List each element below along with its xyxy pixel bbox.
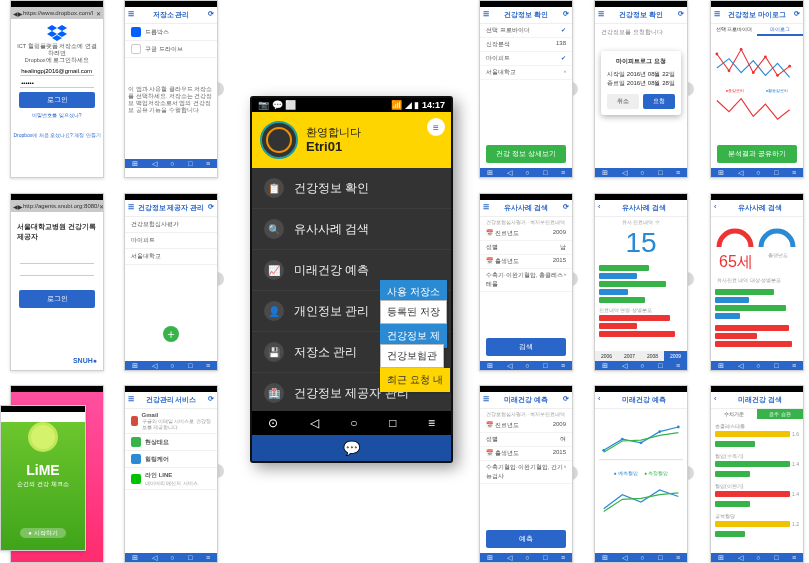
id-field[interactable] <box>20 255 94 264</box>
pw-field[interactable] <box>20 267 94 276</box>
list-item[interactable]: 마이피트 <box>125 233 217 249</box>
bottom-nav[interactable]: ⊞◁○□≡ <box>480 168 572 177</box>
sync-icon[interactable]: ⟳ <box>678 10 684 18</box>
sync-icon[interactable]: ⟳ <box>208 203 214 211</box>
back-icon[interactable]: ◀▶ <box>13 10 23 17</box>
close-icon[interactable]: ✕ <box>96 10 101 17</box>
gauge-icon <box>757 221 797 251</box>
side-label-insurance[interactable]: 건강보험관 <box>380 344 444 368</box>
menu-item-icon: 🏥 <box>264 383 284 403</box>
back-icon[interactable]: ‹ <box>598 203 600 210</box>
year-tab[interactable]: 2007 <box>618 351 641 361</box>
svg-point-1 <box>728 69 731 72</box>
address-bar[interactable]: ◀▶ https://www.dropbox.com/l ✕ <box>11 7 103 19</box>
chevron-right-icon[interactable]: › <box>564 271 566 289</box>
side-label-recent[interactable]: 최근 요청 내 <box>380 368 450 392</box>
year-tab[interactable]: 2008 <box>641 351 664 361</box>
sync-icon[interactable]: ⟳ <box>208 395 214 403</box>
login-button[interactable]: 로그인 <box>19 290 95 308</box>
ok-button[interactable]: 요청 <box>643 94 675 109</box>
menu-item-icon: 💾 <box>264 342 284 362</box>
tab[interactable]: 수치기준 <box>711 409 757 419</box>
cancel-button[interactable]: 취소 <box>607 94 639 109</box>
year-tab-active[interactable]: 2009 <box>664 351 687 361</box>
age-value: 65세 <box>715 252 757 273</box>
menu-item-label: 저장소 관리 <box>294 344 357 361</box>
sync-icon[interactable]: ⟳ <box>563 10 569 18</box>
tab-active[interactable]: 음주 습관 <box>757 409 803 419</box>
password-field[interactable] <box>20 79 94 88</box>
bottom-nav[interactable]: ⊞◁○□≡ <box>711 361 803 370</box>
check-icon[interactable]: ✔ <box>561 26 566 35</box>
screen-similar-search: ☰유사사례 검색⟳ 건강보험심사평가 · 복지부진료내역 📅 진료년도2009 … <box>479 193 573 371</box>
list-item[interactable]: 서울대학교 <box>125 249 217 265</box>
menu-icon[interactable]: ☰ <box>128 203 134 211</box>
service-item[interactable]: 라인 LINE네이버의 메신저 서비스 <box>125 468 217 490</box>
sync-icon[interactable]: ⟳ <box>563 395 569 403</box>
menu-icon[interactable]: ☰ <box>483 395 489 403</box>
bottom-nav[interactable]: ⊞◁○□≡ <box>711 168 803 177</box>
bottom-nav[interactable]: ⊞◁○□≡ <box>595 168 687 177</box>
sync-icon[interactable]: ⟳ <box>563 203 569 211</box>
bottom-nav[interactable]: ⊞◁○□≡ <box>125 553 217 562</box>
back-icon[interactable]: ‹ <box>598 395 600 402</box>
address-bar[interactable]: ◀▶ http://agents.snubi.org:8080/ ✕ <box>11 200 103 212</box>
menu-icon[interactable]: ☰ <box>483 203 489 211</box>
bottom-bar[interactable]: 💬 <box>252 435 451 461</box>
chat-icon: 💬 <box>343 440 360 456</box>
svg-point-4 <box>764 55 767 58</box>
side-label-storage-reg[interactable]: 등록된 저장 <box>380 300 447 324</box>
drawer-toggle-icon[interactable]: ≡ <box>427 118 445 136</box>
back-icon[interactable]: ‹ <box>714 395 716 402</box>
sync-icon[interactable]: ⟳ <box>794 10 800 18</box>
service-item[interactable]: 힐링케어 <box>125 451 217 468</box>
forgot-link[interactable]: 비밀번호를 잊으셨나? <box>13 112 101 118</box>
login-button[interactable]: 로그인 <box>19 92 95 108</box>
add-fab[interactable]: ＋ <box>163 326 179 342</box>
menu-icon[interactable]: ☰ <box>128 395 134 403</box>
lime-splash: LiME 순간의 건강 체크소 ● 시작하기 <box>1 422 85 551</box>
screen-storage-info: 이 앱과 사용할 클라우드 저장소를 선택하세요. 저장소는 건강정보 백업저장… <box>124 0 218 178</box>
list-item[interactable]: 건강보험심사평가 <box>125 217 217 233</box>
signup-link[interactable]: Dropbox에 처음 오셨나요? 계정 만들기 <box>13 132 101 138</box>
service-item[interactable]: Gmail구글의 이메일 서비스로 건강정보를 제공합니다 <box>125 409 217 434</box>
menu-icon[interactable]: ☰ <box>598 10 604 18</box>
system-nav[interactable]: ⊙◁○□≡ <box>252 411 451 435</box>
gauge-icon <box>715 221 755 251</box>
year-tab[interactable]: 2006 <box>595 351 618 361</box>
share-button[interactable]: 분석결과 공유하기 <box>717 145 797 163</box>
detail-button[interactable]: 건강 정보 상세보기 <box>486 145 566 163</box>
bottom-nav[interactable]: ⊞◁○□≡ <box>711 553 803 562</box>
back-icon[interactable]: ‹ <box>714 203 716 210</box>
menu-item[interactable]: 📋건강정보 확인 <box>252 168 451 209</box>
service-item[interactable]: 현상태요 <box>125 434 217 451</box>
bottom-nav[interactable]: ⊞◁○□≡ <box>480 553 572 562</box>
screen-provider-mgmt: ☰ 건강정보 제공자 관리 ⟳ 건강보험심사평가 마이피트 서울대학교 ＋ ⊞◁… <box>124 193 218 371</box>
app-header: 환영합니다 Etri01 ≡ <box>252 112 451 168</box>
check-icon[interactable]: ✔ <box>561 54 566 63</box>
back-icon[interactable]: ◀▶ <box>13 203 23 210</box>
search-button[interactable]: 검색 <box>486 338 566 356</box>
bottom-nav[interactable]: ⊞◁○□≡ <box>480 361 572 370</box>
tab[interactable]: 선택 프로바이더 <box>711 24 757 36</box>
email-field[interactable] <box>20 67 94 76</box>
predict-button[interactable]: 예측 <box>486 530 566 548</box>
tab-active[interactable]: 마이로그 <box>757 24 803 36</box>
bottom-nav[interactable]: ⊞◁○□≡ <box>125 361 217 370</box>
header-title: 미래건강 검색 <box>738 396 782 403</box>
bottom-nav[interactable]: ⊞◁○□≡ <box>595 361 687 370</box>
chevron-right-icon[interactable]: › <box>564 463 566 481</box>
header-title: 유사사례 검색 <box>622 204 666 211</box>
menu-icon[interactable]: ☰ <box>714 10 720 18</box>
header-title: 건강정보 확인 <box>619 11 663 18</box>
dialog-title: 마이피트로그 요청 <box>616 58 666 64</box>
menu-item-label: 건강정보 확인 <box>294 180 369 197</box>
screen-similar-detail: ‹유사사례 검색 65세 출생년도 유사진료 내역 대상·성별분포 ⊞◁○□≡ <box>710 193 804 371</box>
close-icon[interactable]: ✕ <box>99 203 104 210</box>
chevron-right-icon[interactable]: › <box>564 68 566 77</box>
svg-point-2 <box>740 48 743 51</box>
header-title: 건강정보 확인 <box>504 11 548 18</box>
menu-item[interactable]: 🔍유사사례 검색 <box>252 209 451 250</box>
menu-icon[interactable]: ☰ <box>483 10 489 18</box>
bottom-nav[interactable]: ⊞◁○□≡ <box>595 553 687 562</box>
